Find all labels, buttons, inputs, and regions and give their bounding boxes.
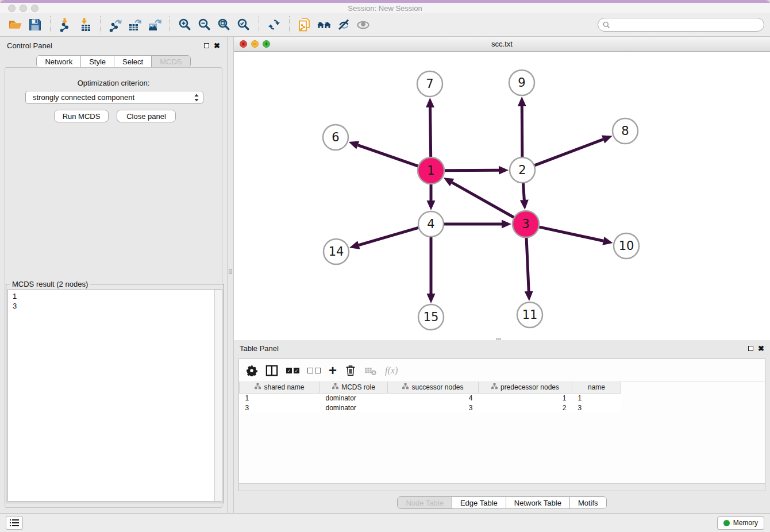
float-panel-icon[interactable] xyxy=(204,43,209,48)
network-graph[interactable]: 7968124314101511 xyxy=(234,52,770,340)
search-input[interactable] xyxy=(613,21,759,29)
task-history-button[interactable] xyxy=(6,516,23,530)
criterion-dropdown[interactable]: strongly connected component xyxy=(25,91,203,104)
zoom-out-icon[interactable] xyxy=(195,16,214,33)
delete-column-icon[interactable] xyxy=(345,364,356,377)
tab-motifs[interactable]: Motifs xyxy=(569,497,606,508)
export-network-icon[interactable] xyxy=(106,16,125,33)
tab-node-table[interactable]: Node Table xyxy=(398,497,452,508)
delete-table-icon xyxy=(364,365,377,376)
vertical-splitter[interactable] xyxy=(227,37,234,513)
zoom-fit-icon[interactable] xyxy=(214,16,234,33)
deselect-all-rows-icon[interactable] xyxy=(307,368,321,373)
zoom-in-icon[interactable] xyxy=(175,16,195,33)
import-network-icon[interactable] xyxy=(56,16,75,33)
maximize-view-button[interactable]: + xyxy=(263,40,270,48)
column-type-icon xyxy=(332,383,338,391)
table-row[interactable]: 1dominator411 xyxy=(240,393,621,403)
cell-predecessor-nodes[interactable]: 2 xyxy=(479,403,572,413)
graph-node-15[interactable]: 15 xyxy=(418,304,444,330)
close-panel-icon[interactable]: ✖ xyxy=(214,43,220,48)
apply-function-icon: f(x) xyxy=(385,365,398,376)
column-header-MCDS-role[interactable]: MCDS role xyxy=(320,382,388,393)
select-all-rows-icon[interactable]: ✓✓ xyxy=(286,368,299,373)
graph-node-2[interactable]: 2 xyxy=(510,157,535,183)
graph-node-14[interactable]: 14 xyxy=(324,239,349,264)
edge-3-11[interactable] xyxy=(526,237,529,291)
table-row[interactable]: 3dominator323 xyxy=(240,403,621,413)
import-table-icon[interactable] xyxy=(75,16,95,33)
column-header-shared-name[interactable]: shared name xyxy=(240,382,320,393)
graph-node-4[interactable]: 4 xyxy=(418,211,444,237)
table-horizontal-scrollbar[interactable] xyxy=(239,483,765,491)
splitter-handle[interactable] xyxy=(229,269,232,274)
export-image-icon[interactable] xyxy=(145,16,164,33)
minimize-view-button[interactable]: − xyxy=(251,40,259,48)
refresh-layout-icon[interactable] xyxy=(264,16,284,33)
add-column-icon[interactable]: + xyxy=(329,365,337,376)
first-neighbors-icon[interactable] xyxy=(314,16,334,33)
close-view-button[interactable]: × xyxy=(240,40,247,48)
close-table-panel-icon[interactable]: ✖ xyxy=(758,346,764,351)
column-header-name[interactable]: name xyxy=(572,382,621,393)
export-table-icon[interactable] xyxy=(125,16,145,33)
edge-1-6[interactable] xyxy=(358,145,419,167)
cell-MCDS-role[interactable]: dominator xyxy=(320,403,388,413)
cell-name[interactable]: 1 xyxy=(572,393,621,403)
control-panel-title: Control Panel xyxy=(7,41,52,50)
edge-4-14[interactable] xyxy=(359,228,419,245)
control-panel-tabs: NetworkStyleSelectMCDS xyxy=(36,55,190,68)
memory-button[interactable]: Memory xyxy=(717,516,764,530)
table-options-icon[interactable] xyxy=(246,365,257,376)
graph-node-6[interactable]: 6 xyxy=(323,125,348,150)
edge-3-10[interactable] xyxy=(538,227,603,241)
edge-2-3[interactable] xyxy=(523,183,524,200)
column-header-predecessor-nodes[interactable]: predecessor nodes xyxy=(479,382,572,393)
column-visibility-icon[interactable] xyxy=(265,365,278,376)
float-table-panel-icon[interactable] xyxy=(748,346,753,351)
cell-successor-nodes[interactable]: 4 xyxy=(388,393,479,403)
cell-shared-name[interactable]: 1 xyxy=(240,393,320,403)
graph-node-8[interactable]: 8 xyxy=(613,118,638,144)
tab-network-table[interactable]: Network Table xyxy=(506,497,569,508)
graph-node-11[interactable]: 11 xyxy=(517,302,542,327)
network-canvas[interactable]: 7968124314101511 xyxy=(234,52,770,340)
tab-mcds[interactable]: MCDS xyxy=(151,56,190,67)
edge-2-8[interactable] xyxy=(534,140,603,166)
cell-name[interactable]: 3 xyxy=(572,403,621,413)
search-box[interactable] xyxy=(598,18,764,32)
svg-text:10: 10 xyxy=(619,239,634,253)
tab-select[interactable]: Select xyxy=(114,56,151,67)
svg-text:7: 7 xyxy=(426,77,433,91)
zoom-selected-icon[interactable] xyxy=(234,16,253,33)
show-all-icon[interactable] xyxy=(353,16,373,33)
edge-1-7[interactable] xyxy=(430,107,431,157)
application-window: Session: New Session xyxy=(0,0,770,532)
open-session-icon[interactable] xyxy=(6,16,25,33)
edge-3-1[interactable] xyxy=(452,183,514,218)
edge-2-9[interactable] xyxy=(522,106,522,157)
cell-shared-name[interactable]: 3 xyxy=(240,403,320,413)
svg-text:6: 6 xyxy=(332,130,339,144)
edge-1-2[interactable] xyxy=(444,170,499,171)
run-mcds-button[interactable]: Run MCDS xyxy=(54,110,109,122)
column-header-successor-nodes[interactable]: successor nodes xyxy=(388,382,479,393)
save-session-icon[interactable] xyxy=(25,16,45,33)
result-item: 3 xyxy=(13,301,210,311)
graph-node-1[interactable]: 1 xyxy=(418,157,444,184)
cell-predecessor-nodes[interactable]: 1 xyxy=(479,393,572,403)
clone-network-icon[interactable] xyxy=(295,16,314,33)
tab-edge-table[interactable]: Edge Table xyxy=(452,497,506,508)
graph-node-9[interactable]: 9 xyxy=(509,70,534,95)
hide-selected-icon[interactable] xyxy=(334,16,353,33)
graph-node-7[interactable]: 7 xyxy=(417,71,442,97)
tab-style[interactable]: Style xyxy=(80,56,114,67)
cell-MCDS-role[interactable]: dominator xyxy=(320,393,388,403)
graph-node-3[interactable]: 3 xyxy=(513,211,539,237)
result-scrollbar[interactable] xyxy=(214,290,222,501)
close-panel-button[interactable]: Close panel xyxy=(117,110,176,122)
edge-arrowhead xyxy=(518,97,526,106)
cell-successor-nodes[interactable]: 3 xyxy=(388,403,479,413)
graph-node-10[interactable]: 10 xyxy=(614,233,639,259)
tab-network[interactable]: Network xyxy=(37,56,80,67)
